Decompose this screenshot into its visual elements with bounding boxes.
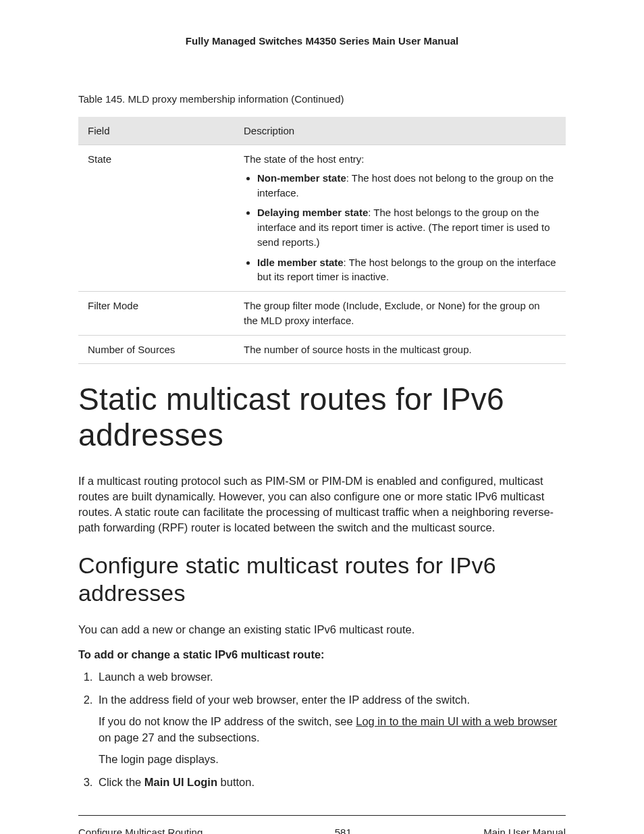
table-head-field: Field bbox=[78, 117, 234, 145]
step-item: In the address field of your web browser… bbox=[96, 692, 566, 768]
table-caption: Table 145. MLD proxy membership informat… bbox=[78, 92, 566, 106]
list-item: Delaying member state: The host belongs … bbox=[257, 205, 556, 249]
cell-description: The number of source hosts in the multic… bbox=[234, 335, 566, 364]
table-row: State The state of the host entry: Non-m… bbox=[78, 145, 566, 292]
ui-element-bold: Main UI Login bbox=[144, 776, 217, 788]
list-item: Non-member state: The host does not belo… bbox=[257, 171, 556, 201]
step-text-pre: If you do not know the IP address of the… bbox=[99, 715, 356, 727]
item-label: Delaying member state bbox=[257, 207, 368, 218]
table-row: Filter Mode The group filter mode (Inclu… bbox=[78, 292, 566, 336]
state-list: Non-member state: The host does not belo… bbox=[244, 171, 556, 284]
table-header-row: Field Description bbox=[78, 117, 566, 145]
cell-description: The group filter mode (Include, Exclude,… bbox=[234, 292, 566, 336]
cell-field: Filter Mode bbox=[78, 292, 234, 336]
step-sub-paragraph: If you do not know the IP address of the… bbox=[99, 714, 566, 746]
cross-ref-link[interactable]: Log in to the main UI with a web browser bbox=[356, 715, 557, 727]
cell-field: State bbox=[78, 145, 234, 292]
heading-1: Static multicast routes for IPv6 address… bbox=[78, 382, 566, 453]
list-item: Idle member state: The host belongs to t… bbox=[257, 255, 556, 285]
doc-header-title: Fully Managed Switches M4350 Series Main… bbox=[78, 34, 566, 48]
task-title: To add or change a static IPv6 multicast… bbox=[78, 647, 566, 662]
item-label: Idle member state bbox=[257, 257, 344, 268]
table-row: Number of Sources The number of source h… bbox=[78, 335, 566, 364]
table-head-description: Description bbox=[234, 117, 566, 145]
footer-left: Configure Multicast Routing bbox=[78, 825, 203, 834]
step-text-pre: Click the bbox=[99, 776, 144, 788]
cell-description: The state of the host entry: Non-member … bbox=[234, 145, 566, 292]
footer-right: Main User Manual bbox=[483, 825, 566, 834]
mld-proxy-table: Field Description State The state of the… bbox=[78, 117, 566, 364]
step-text-post: button. bbox=[217, 776, 254, 788]
heading-2: Configure static multicast routes for IP… bbox=[78, 552, 566, 607]
cell-field: Number of Sources bbox=[78, 335, 234, 364]
step-text: Launch a web browser. bbox=[99, 671, 213, 683]
step-item: Launch a web browser. bbox=[96, 669, 566, 685]
lead-paragraph: You can add a new or change an existing … bbox=[78, 622, 566, 637]
page-footer: Configure Multicast Routing 581 Main Use… bbox=[78, 815, 566, 834]
cell-intro: The state of the host entry: bbox=[244, 153, 364, 165]
footer-page-number: 581 bbox=[203, 825, 483, 834]
item-label: Non-member state bbox=[257, 172, 346, 184]
step-item: Click the Main UI Login button. bbox=[96, 775, 566, 791]
intro-paragraph: If a multicast routing protocol such as … bbox=[78, 473, 566, 536]
step-text: In the address field of your web browser… bbox=[99, 694, 470, 706]
step-sub-paragraph: The login page displays. bbox=[99, 752, 566, 768]
steps-list: Launch a web browser. In the address fie… bbox=[78, 669, 566, 791]
step-text-post: on page 27 and the subsections. bbox=[99, 731, 260, 744]
